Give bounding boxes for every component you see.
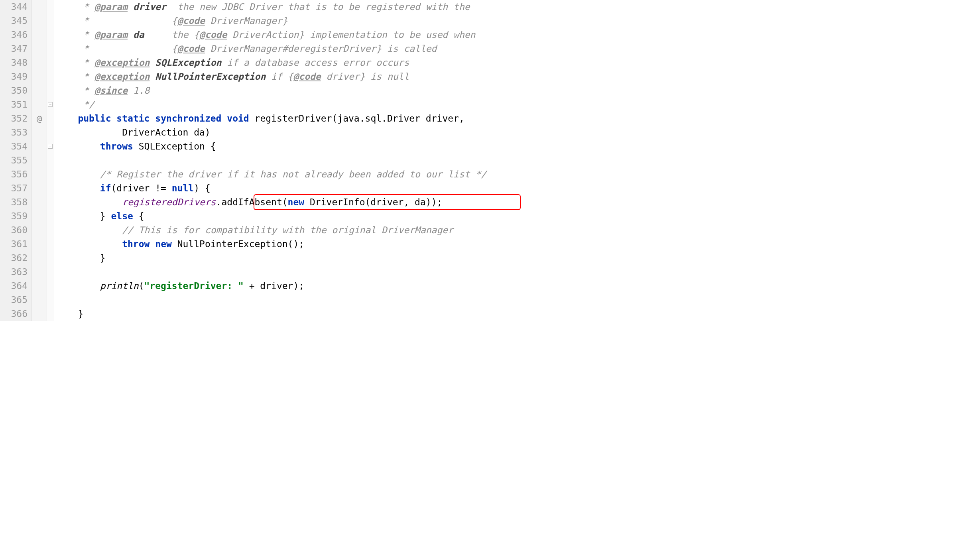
javadoc-text: DriverAction} implementation to be used … xyxy=(227,30,475,40)
javadoc-prefix: * { xyxy=(56,43,177,54)
annotation-cell xyxy=(32,223,47,237)
fold-cell xyxy=(47,14,54,28)
javadoc-code-tag: @code xyxy=(177,16,205,26)
code-line[interactable]: /* Register the driver if it has not alr… xyxy=(56,167,980,181)
javadoc-param: da xyxy=(133,30,144,40)
line-number: 359 xyxy=(2,209,28,223)
line-number: 365 xyxy=(2,293,28,307)
annotation-cell xyxy=(32,237,47,251)
keyword: void xyxy=(227,113,249,124)
annotation-cell xyxy=(32,56,47,70)
line-number: 346 xyxy=(2,28,28,42)
fold-cell xyxy=(47,181,54,195)
fold-toggle-icon[interactable]: − xyxy=(48,144,53,149)
annotation-cell xyxy=(32,126,47,140)
code-line[interactable]: } else { xyxy=(56,209,980,223)
fold-toggle-icon[interactable]: − xyxy=(48,102,53,107)
line-comment: // This is for compatibility with the or… xyxy=(56,225,453,235)
javadoc-code-tag: @code xyxy=(199,30,227,40)
line-number: 356 xyxy=(2,167,28,181)
fold-cell xyxy=(47,251,54,265)
fold-cell xyxy=(47,153,54,167)
annotation-cell xyxy=(32,14,47,28)
code-line[interactable]: throws SQLException { xyxy=(56,140,980,153)
method-name: registerDriver xyxy=(255,113,332,124)
javadoc-tag: @exception xyxy=(94,57,150,68)
annotation-cell xyxy=(32,195,47,209)
code-line[interactable] xyxy=(56,293,980,307)
code-line[interactable]: */ xyxy=(56,98,980,112)
line-number: 348 xyxy=(2,56,28,70)
fold-gutter: −− xyxy=(47,0,54,321)
fold-cell xyxy=(47,195,54,209)
fold-cell xyxy=(47,279,54,293)
keyword: throws xyxy=(100,141,133,151)
method-call: println xyxy=(100,281,139,291)
javadoc-text: DriverManager} xyxy=(205,16,288,26)
code-line[interactable]: * @param driver the new JDBC Driver that… xyxy=(56,0,980,14)
method-call: addIfAbsent( xyxy=(221,197,287,207)
fold-cell xyxy=(47,209,54,223)
code-line[interactable]: * {@code DriverManager} xyxy=(56,14,980,28)
code-line[interactable]: // This is for compatibility with the or… xyxy=(56,223,980,237)
code-line[interactable]: * @since 1.8 xyxy=(56,84,980,98)
javadoc-prefix: * xyxy=(56,71,94,82)
keyword: static xyxy=(116,113,150,124)
fold-cell xyxy=(47,265,54,279)
javadoc-text: the new JDBC Driver that is to be regist… xyxy=(166,2,470,12)
line-number: 362 xyxy=(2,251,28,265)
code-line[interactable]: public static synchronized void register… xyxy=(56,112,980,126)
fold-cell xyxy=(47,223,54,237)
line-number: 354 xyxy=(2,140,28,153)
code-line[interactable]: println("registerDriver: " + driver); xyxy=(56,279,980,293)
keyword: null xyxy=(172,183,194,193)
code-line[interactable]: DriverAction da) xyxy=(56,126,980,140)
code-line[interactable]: throw new NullPointerException(); xyxy=(56,237,980,251)
annotation-cell xyxy=(32,0,47,14)
line-number: 360 xyxy=(2,223,28,237)
annotation-cell xyxy=(32,307,47,321)
line-number: 355 xyxy=(2,153,28,167)
javadoc-text: the { xyxy=(144,30,199,40)
javadoc-text: 1.8 xyxy=(128,85,150,96)
line-number: 357 xyxy=(2,181,28,195)
code-line[interactable]: * @exception NullPointerException if {@c… xyxy=(56,70,980,84)
javadoc-param: SQLException xyxy=(155,57,221,68)
line-number: 351 xyxy=(2,98,28,112)
field-reference: registeredDrivers xyxy=(122,197,216,207)
code-editor-area[interactable]: * @param driver the new JDBC Driver that… xyxy=(54,0,980,321)
code-line[interactable]: * @param da the {@code DriverAction} imp… xyxy=(56,28,980,42)
code-line[interactable]: * @exception SQLException if a database … xyxy=(56,56,980,70)
line-number: 366 xyxy=(2,307,28,321)
code-line[interactable]: registeredDrivers.addIfAbsent(new Driver… xyxy=(56,195,980,209)
line-number: 363 xyxy=(2,265,28,279)
override-annotation-icon[interactable]: @ xyxy=(32,112,47,126)
line-number: 344 xyxy=(2,0,28,14)
annotation-cell xyxy=(32,42,47,56)
javadoc-tag: @exception xyxy=(94,71,150,82)
code-line[interactable]: } xyxy=(56,307,980,321)
code-line[interactable]: if(driver != null) { xyxy=(56,181,980,195)
code-line[interactable]: } xyxy=(56,251,980,265)
fold-cell xyxy=(47,42,54,56)
parameters-cont: DriverAction da) xyxy=(56,127,211,138)
javadoc-prefix: * { xyxy=(56,16,177,26)
javadoc-code-tag: @code xyxy=(177,43,205,54)
fold-cell xyxy=(47,28,54,42)
throws-clause: SQLException { xyxy=(133,141,216,151)
annotation-gutter: @ xyxy=(32,0,47,321)
code-line[interactable] xyxy=(56,153,980,167)
javadoc-prefix: * xyxy=(56,85,94,96)
fold-cell xyxy=(47,237,54,251)
code-line[interactable]: * {@code DriverManager#deregisterDriver}… xyxy=(56,42,980,56)
javadoc-text: driver} is null xyxy=(321,71,409,82)
code-line[interactable] xyxy=(56,265,980,279)
line-number: 361 xyxy=(2,237,28,251)
javadoc-param: NullPointerException xyxy=(155,71,266,82)
javadoc-prefix: * xyxy=(56,2,94,12)
javadoc-tag: @param xyxy=(94,30,128,40)
keyword: if xyxy=(100,183,111,193)
annotation-cell xyxy=(32,167,47,181)
annotation-cell xyxy=(32,28,47,42)
javadoc-prefix: * xyxy=(56,30,94,40)
